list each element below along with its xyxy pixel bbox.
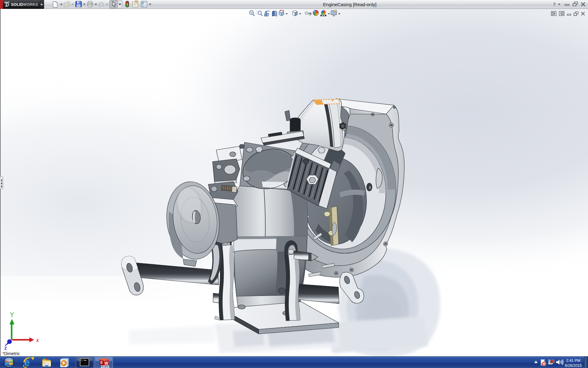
svg-text:2:41 PM: 2:41 PM: [566, 358, 581, 363]
svg-text:6/26/2015: 6/26/2015: [565, 363, 582, 368]
svg-text:Z: Z: [4, 346, 7, 351]
svg-text:2015: 2015: [101, 365, 109, 368]
svg-text:C:\: C:\: [81, 359, 85, 362]
svg-text:X: X: [36, 338, 39, 343]
svg-text:*Dimetric: *Dimetric: [2, 351, 20, 356]
svg-text:?: ?: [553, 2, 556, 7]
svg-text:S: S: [100, 360, 103, 365]
